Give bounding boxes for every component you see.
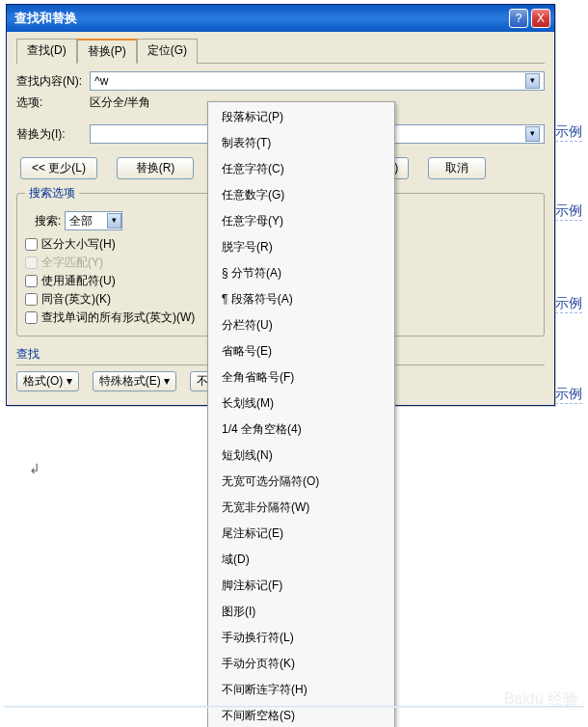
- menu-manual-linebreak[interactable]: 手动换行符(L): [208, 625, 394, 651]
- find-input[interactable]: ^w ▾: [90, 71, 545, 91]
- menu-any-letter[interactable]: 任意字母(Y): [208, 208, 394, 234]
- titlebar[interactable]: 查找和替换 ? X: [7, 5, 554, 32]
- replace-button[interactable]: 替换(R): [117, 157, 194, 179]
- side-example-4: 示例: [555, 386, 582, 404]
- replace-drop-icon[interactable]: ▾: [525, 126, 540, 142]
- tab-strip: 查找(D) 替换(P) 定位(G): [16, 38, 545, 64]
- menu-em-dash[interactable]: 长划线(M): [208, 390, 394, 417]
- tab-replace[interactable]: 替换(P): [77, 39, 137, 64]
- menu-nonbreak-hyphen[interactable]: 不间断连字符(H): [208, 677, 394, 703]
- menu-caret[interactable]: 脱字号(R): [208, 234, 394, 260]
- find-drop-icon[interactable]: ▾: [525, 73, 540, 89]
- dialog-title: 查找和替换: [14, 10, 506, 27]
- special-format-button[interactable]: 特殊格式(E) ▾: [93, 371, 176, 391]
- menu-any-char[interactable]: 任意字符(C): [208, 156, 394, 182]
- menu-endnote-mark[interactable]: 尾注标记(E): [208, 521, 394, 547]
- options-value: 区分全/半角: [90, 94, 150, 111]
- side-example-3: 示例: [555, 295, 582, 313]
- side-example-2: 示例: [555, 202, 582, 221]
- format-button[interactable]: 格式(O) ▾: [16, 371, 79, 391]
- menu-footnote-mark[interactable]: 脚注标记(F): [208, 573, 394, 599]
- find-label: 查找内容(N):: [16, 73, 90, 90]
- search-direction-select[interactable]: 全部 ▾: [65, 211, 122, 230]
- menu-quarter-em[interactable]: 1/4 全角空格(4): [208, 417, 394, 443]
- menu-paragraph-mark[interactable]: 段落标记(P): [208, 104, 394, 130]
- watermark: Baidu 经验: [504, 689, 578, 710]
- text-cursor-icon: ↲: [29, 461, 40, 476]
- menu-column-break[interactable]: 分栏符(U): [208, 312, 394, 338]
- menu-field[interactable]: 域(D): [208, 547, 394, 573]
- cancel-button[interactable]: 取消: [428, 157, 486, 179]
- chevron-down-icon: ▾: [107, 213, 121, 229]
- menu-manual-pagebreak[interactable]: 手动分页符(K): [208, 651, 394, 677]
- menu-full-ellipsis[interactable]: 全角省略号(F): [208, 364, 394, 390]
- side-example-1: 示例: [555, 123, 582, 142]
- menu-ellipsis[interactable]: 省略号(E): [208, 338, 394, 364]
- menu-tab[interactable]: 制表符(T): [208, 130, 394, 156]
- search-direction-value: 全部: [69, 213, 93, 229]
- menu-paragraph-char[interactable]: ¶ 段落符号(A): [208, 286, 394, 312]
- menu-section-char[interactable]: § 分节符(A): [208, 260, 394, 286]
- replace-label: 替换为(I):: [16, 126, 90, 143]
- ruler-line: [4, 706, 584, 708]
- less-button[interactable]: << 更少(L): [20, 157, 97, 179]
- help-button[interactable]: ?: [509, 9, 528, 28]
- menu-opt-break[interactable]: 无宽可选分隔符(O): [208, 469, 394, 495]
- tab-goto[interactable]: 定位(G): [137, 39, 198, 64]
- special-format-menu: 段落标记(P) 制表符(T) 任意字符(C) 任意数字(G) 任意字母(Y) 脱…: [207, 101, 395, 727]
- tab-find[interactable]: 查找(D): [16, 39, 77, 64]
- search-direction-label: 搜索:: [35, 213, 61, 229]
- menu-en-dash[interactable]: 短划线(N): [208, 443, 394, 469]
- find-value: ^w: [94, 74, 108, 88]
- menu-no-width-nonbreak[interactable]: 无宽非分隔符(W): [208, 495, 394, 521]
- options-label: 选项:: [16, 94, 90, 111]
- close-button[interactable]: X: [531, 9, 550, 28]
- menu-any-digit[interactable]: 任意数字(G): [208, 182, 394, 208]
- search-options-legend: 搜索选项: [25, 185, 79, 202]
- menu-graphic[interactable]: 图形(I): [208, 599, 394, 625]
